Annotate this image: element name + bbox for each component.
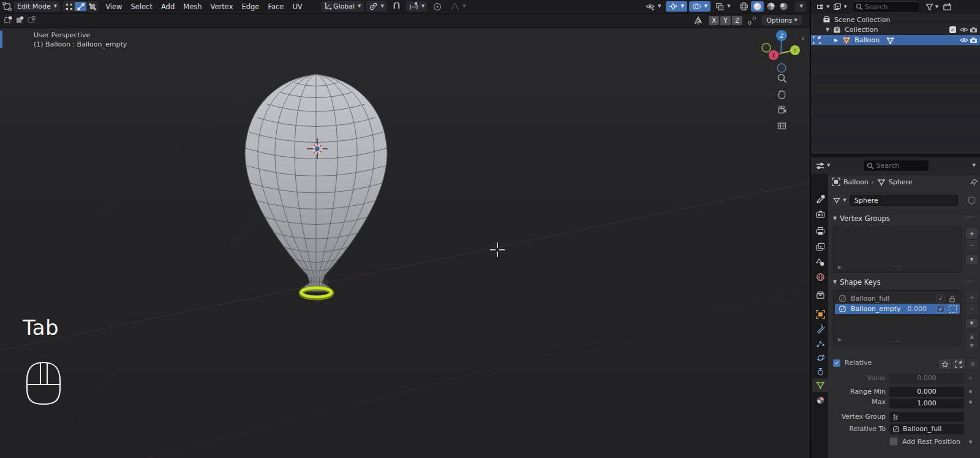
show-gizmo-visibility-dropdown[interactable]: ▼ — [643, 1, 664, 12]
vertex-groups-list[interactable]: ▶ ∷∷ — [833, 227, 962, 273]
snap-target-dropdown[interactable]: ▼ — [406, 1, 428, 12]
gizmo-z-neg-axis[interactable] — [777, 64, 786, 72]
tab-world-properties[interactable] — [813, 270, 827, 283]
menu-select[interactable]: Select — [126, 1, 156, 13]
move-shape-key-down-button[interactable]: ▼ — [965, 341, 978, 350]
pivot-point-dropdown[interactable]: ▼ — [366, 1, 386, 12]
mode-dropdown[interactable]: Edit Mode ▼ — [14, 1, 60, 12]
active-tool-indicator[interactable] — [0, 31, 2, 48]
remove-shape-key-button[interactable]: − — [965, 303, 978, 315]
tab-modifier-properties[interactable] — [813, 322, 827, 336]
tab-object-data-properties[interactable] — [812, 378, 828, 392]
tab-scene-properties[interactable] — [813, 255, 827, 269]
outliner-search[interactable] — [852, 1, 919, 13]
options-dropdown[interactable]: Options ▼ — [761, 15, 802, 25]
sidebar-collapse-arrow[interactable]: ‹ — [801, 34, 804, 43]
animate-dot[interactable] — [969, 377, 972, 380]
chevron-down-icon[interactable]: ▼ — [826, 28, 829, 32]
range-min-field[interactable]: 0.000 — [889, 387, 964, 397]
mirror-z-button[interactable]: Z — [732, 16, 742, 25]
editor-type-icon[interactable] — [2, 2, 12, 11]
menu-uv[interactable]: UV — [288, 1, 306, 13]
animate-dot[interactable] — [969, 440, 972, 443]
shape-key-lock-verts-button[interactable] — [952, 358, 965, 370]
hide-eye-icon[interactable] — [960, 37, 968, 43]
vertex-select-button[interactable] — [63, 2, 75, 11]
gizmos-toggle-dropdown[interactable]: ▼ — [666, 1, 687, 12]
shape-key-mute-checkbox[interactable]: ✓ — [937, 305, 944, 313]
tab-tool[interactable] — [813, 192, 827, 206]
mirror-y-button[interactable]: Y — [720, 16, 731, 25]
camera-view-icon[interactable] — [777, 105, 787, 115]
animate-dot[interactable] — [969, 400, 972, 404]
zoom-icon[interactable] — [777, 73, 787, 83]
menu-mesh[interactable]: Mesh — [179, 1, 206, 13]
filter-dropdown[interactable]: ▼ — [925, 3, 938, 11]
clear-shape-keys-button[interactable]: × — [967, 358, 979, 370]
snap-falloff-icon[interactable] — [747, 16, 756, 25]
breadcrumb-object[interactable]: Balloon — [843, 178, 869, 186]
chevron-down-icon[interactable]: ▼ — [973, 163, 976, 168]
shading-solid-button[interactable] — [751, 1, 764, 12]
hide-eye-icon[interactable] — [960, 26, 968, 33]
resize-grip[interactable]: ∷∷ — [893, 265, 902, 271]
viewport-canvas[interactable]: User Perspective (1) Balloon : Balloon_e… — [0, 28, 810, 458]
pin-icon[interactable] — [970, 178, 978, 186]
tab-material-properties[interactable] — [813, 393, 827, 407]
expand-arrow-icon[interactable]: ▶ — [838, 265, 842, 270]
chevron-right-icon[interactable]: ▶ — [834, 38, 838, 43]
balloon-mesh[interactable] — [233, 64, 404, 334]
expand-arrow-icon[interactable]: ▶ — [838, 337, 842, 342]
pan-hand-icon[interactable] — [777, 89, 787, 99]
gizmo-y-neg-axis[interactable] — [762, 43, 771, 52]
relative-checkbox[interactable]: ✓ — [833, 359, 840, 367]
editor-type-dropdown[interactable]: ▼ — [816, 2, 829, 11]
add-shape-key-button[interactable]: ＋ — [965, 291, 978, 303]
shading-wireframe-button[interactable] — [738, 1, 750, 12]
fake-user-shield-icon[interactable] — [968, 196, 976, 205]
shape-key-row-balloon-empty[interactable]: Balloon_empty 0.000 ✓ — [835, 304, 960, 314]
mirror-icon[interactable] — [693, 16, 704, 25]
shape-keys-panel-header[interactable]: ▼ Shape Keys — [833, 278, 881, 287]
tab-constraint-properties[interactable] — [813, 364, 827, 378]
panel-grip[interactable]: ∷∷ — [965, 278, 974, 285]
vertex-groups-panel-header[interactable]: ▼ Vertex Groups — [833, 214, 890, 223]
menu-add[interactable]: Add — [157, 1, 179, 13]
vertex-group-specials-dropdown[interactable]: ▼ — [965, 255, 978, 265]
shape-key-row-balloon-full[interactable]: Balloon_full ✓ — [835, 293, 960, 304]
collection-exclude-checkbox[interactable]: ✓ — [949, 26, 956, 33]
outliner-row-balloon[interactable]: ▶ Balloon — [811, 35, 980, 45]
menu-vertex[interactable]: Vertex — [206, 1, 238, 13]
render-visibility-camera-icon[interactable] — [970, 37, 978, 43]
outliner-row-scene-collection[interactable]: Scene Collection — [811, 15, 980, 25]
mirror-x-button[interactable]: X — [709, 16, 719, 25]
range-max-field[interactable]: 1.000 — [889, 398, 964, 408]
snap-toggle-button[interactable] — [390, 1, 404, 12]
relative-to-field[interactable]: Balloon_full — [889, 424, 964, 434]
tab-view-layer-properties[interactable] — [813, 240, 827, 253]
unlock-icon[interactable] — [949, 295, 956, 302]
tab-particle-properties[interactable] — [813, 337, 827, 350]
properties-search[interactable] — [863, 160, 929, 171]
shape-keys-list[interactable]: Balloon_full ✓ Balloon_empty 0.000 ✓ ▶ ∷… — [833, 290, 962, 345]
tab-object-properties[interactable] — [813, 307, 827, 321]
shape-key-value[interactable]: 0.000 — [907, 305, 927, 313]
shape-key-specials-dropdown[interactable]: ▼ — [965, 318, 978, 328]
new-collection-button[interactable] — [943, 2, 952, 11]
selected-edge-loop[interactable] — [301, 288, 331, 297]
menu-edge[interactable]: Edge — [237, 1, 263, 13]
proportional-editing-button[interactable] — [430, 1, 445, 12]
vertex-group-field[interactable] — [889, 412, 964, 422]
tab-render-properties[interactable] — [813, 208, 827, 221]
viewport-3d[interactable]: Edit Mode ▼ View Select — [0, 0, 810, 458]
shading-material-button[interactable] — [765, 1, 777, 12]
data-name-field[interactable] — [850, 195, 958, 206]
overlays-toggle-dropdown[interactable]: ▼ — [689, 1, 710, 12]
resize-grip[interactable]: ∷∷ — [893, 337, 902, 344]
add-rest-position-checkbox[interactable]: ✓ — [889, 437, 898, 446]
tab-collection-properties[interactable] — [813, 288, 827, 302]
panel-grip[interactable]: ∷∷ — [965, 214, 974, 221]
display-mode-dropdown[interactable]: ▼ — [833, 2, 846, 11]
data-type-dropdown[interactable]: ▼ — [832, 195, 848, 206]
face-select-button[interactable] — [86, 2, 98, 11]
